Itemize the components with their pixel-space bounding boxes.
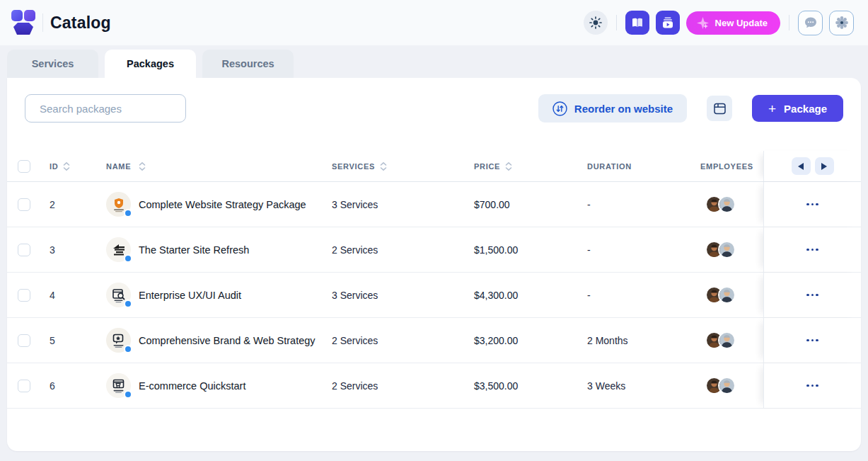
employee-avatar	[718, 331, 736, 349]
row-checkbox[interactable]	[18, 198, 30, 211]
table-header-row: ID NAME SERVICES PRICE DURATION EMPLOYEE…	[7, 151, 861, 182]
package-name: E-commerce Quickstart	[139, 380, 245, 392]
package-duration: -	[576, 199, 689, 210]
reorder-on-website-button[interactable]: Reorder on website	[538, 94, 687, 123]
row-checkbox[interactable]	[18, 380, 30, 392]
package-thumbnail	[106, 237, 131, 262]
employee-avatars	[705, 241, 763, 258]
new-update-button[interactable]: New Update	[686, 11, 780, 35]
sun-icon	[589, 16, 602, 29]
tab-packages[interactable]: Packages	[105, 50, 196, 78]
package-services: 3 Services	[321, 199, 463, 210]
package-price: $1,500.00	[463, 244, 576, 256]
scroll-columns-left-button[interactable]	[792, 157, 811, 175]
row-actions-button[interactable]	[802, 380, 823, 392]
package-id: 5	[42, 335, 98, 346]
new-update-label: New Update	[715, 18, 768, 28]
open-book-icon	[631, 16, 644, 29]
package-price: $700.00	[463, 199, 576, 210]
column-header-services: SERVICES	[332, 162, 375, 171]
package-name: Complete Website Strategy Package	[139, 199, 306, 210]
package-id: 3	[42, 244, 98, 256]
employee-avatars	[705, 286, 763, 304]
package-duration: 2 Months	[576, 335, 689, 346]
row-actions-button[interactable]	[802, 199, 823, 210]
table-row[interactable]: 4 Enterprise UX/UI Audit 3 Services $4,3…	[7, 273, 861, 318]
sort-icon[interactable]	[139, 161, 146, 171]
app-header: Catalog	[0, 0, 868, 45]
employee-avatars	[705, 377, 763, 394]
packages-table: ID NAME SERVICES PRICE DURATION EMPLOYEE…	[7, 151, 861, 409]
package-id: 6	[42, 380, 98, 392]
row-actions-button[interactable]	[802, 244, 823, 256]
package-services: 2 Services	[321, 244, 463, 256]
package-price: $3,200.00	[463, 335, 576, 346]
column-header-id: ID	[50, 162, 58, 171]
package-duration: -	[576, 290, 689, 301]
tab-resources[interactable]: Resources	[202, 50, 294, 78]
reorder-arrows-icon	[552, 101, 567, 116]
package-name: Enterprise UX/UI Audit	[139, 290, 241, 301]
docs-button[interactable]	[625, 11, 649, 35]
employee-avatar	[718, 286, 736, 304]
package-duration: -	[576, 244, 689, 256]
arrow-right-icon	[821, 163, 827, 170]
theme-toggle-button[interactable]	[584, 11, 608, 35]
package-thumbnail	[106, 192, 131, 217]
package-thumbnail	[106, 283, 131, 307]
table-row[interactable]: 6 E-commerce Quickstart 2 Services $3,50…	[7, 363, 861, 409]
table-layout-icon	[713, 102, 727, 115]
status-dot	[124, 300, 132, 308]
catalog-tabs: Services Packages Resources	[0, 50, 868, 78]
package-duration: 3 Weeks	[576, 380, 689, 392]
page-title: Catalog	[50, 13, 111, 33]
table-row[interactable]: 3 The Starter Site Refresh 2 Services $1…	[7, 227, 861, 273]
package-thumbnail	[106, 328, 131, 353]
search-box[interactable]	[25, 94, 186, 123]
settings-button[interactable]	[829, 11, 854, 35]
column-header-name: NAME	[106, 162, 131, 171]
chat-support-button[interactable]	[798, 11, 823, 35]
package-services: 2 Services	[321, 335, 463, 346]
sort-icon[interactable]	[380, 161, 387, 171]
chat-bubble-icon	[804, 16, 818, 30]
package-services: 2 Services	[321, 380, 463, 392]
package-thumbnail	[106, 373, 131, 398]
header-divider	[616, 15, 617, 30]
add-package-button[interactable]: + Package	[752, 95, 843, 122]
row-checkbox[interactable]	[18, 244, 30, 256]
row-actions-button[interactable]	[802, 290, 823, 301]
column-header-duration: DURATION	[587, 162, 632, 171]
employee-avatar	[718, 377, 736, 394]
row-actions-button[interactable]	[802, 335, 823, 346]
gear-icon	[835, 16, 849, 30]
package-id: 2	[42, 199, 98, 210]
search-input[interactable]	[40, 103, 180, 115]
sort-icon[interactable]	[63, 161, 70, 171]
app-logo-icon	[10, 9, 37, 36]
row-checkbox[interactable]	[18, 289, 30, 302]
add-package-label: Package	[784, 103, 827, 115]
table-row[interactable]: 2 Complete Website Strategy Package 3 Se…	[7, 182, 861, 227]
sort-icon[interactable]	[505, 161, 512, 171]
column-header-employees: EMPLOYEES	[700, 162, 753, 171]
video-tutorials-button[interactable]	[656, 11, 680, 35]
row-checkbox[interactable]	[18, 334, 30, 347]
scroll-columns-right-button[interactable]	[815, 157, 834, 175]
employee-avatars	[705, 331, 763, 349]
arrow-left-icon	[798, 163, 804, 170]
select-all-checkbox[interactable]	[18, 160, 30, 173]
status-dot	[124, 345, 132, 353]
packages-toolbar: Reorder on website + Package	[7, 78, 861, 123]
tab-services[interactable]: Services	[7, 50, 98, 78]
sparkle-star-icon	[696, 16, 710, 30]
status-dot	[124, 390, 132, 399]
package-price: $3,500.00	[463, 380, 576, 392]
header-divider	[789, 15, 789, 30]
package-name: Comprehensive Brand & Web Strategy	[139, 335, 316, 346]
status-dot	[124, 209, 132, 217]
table-row[interactable]: 5 Comprehensive Brand & Web Strategy 2 S…	[7, 318, 861, 363]
employee-avatar	[718, 241, 736, 258]
table-columns-button[interactable]	[707, 96, 732, 121]
plus-icon: +	[768, 102, 776, 115]
